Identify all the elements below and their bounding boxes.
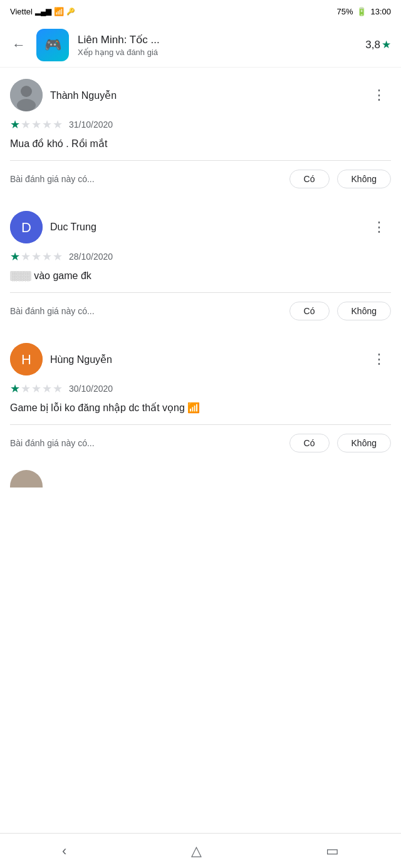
svg-text:H: H: [21, 352, 31, 367]
nav-home-button[interactable]: △: [176, 838, 217, 864]
reviewer-left: D Duc Trung: [10, 211, 96, 243]
reviewer-name: Duc Trung: [50, 222, 96, 233]
wifi-icon: 📶: [54, 7, 64, 16]
yes-button[interactable]: Có: [289, 434, 330, 452]
svg-point-2: [17, 99, 36, 111]
review-header: D Duc Trung ⋮: [10, 211, 391, 243]
battery-label: 75%: [336, 7, 353, 16]
star-1: ★: [10, 382, 20, 396]
review-date: 28/10/2020: [69, 252, 113, 262]
signal-icon: ▂▄▆: [35, 7, 52, 16]
no-button[interactable]: Không: [337, 302, 391, 320]
helpful-row: Bài đánh giá này có... Có Không: [10, 170, 391, 200]
yes-button[interactable]: Có: [289, 302, 330, 320]
reviewer-name: Thành Nguyễn: [50, 89, 117, 101]
time-label: 13:00: [370, 7, 391, 16]
avatar: [10, 79, 43, 111]
key-icon: 🔑: [66, 8, 75, 16]
more-options-button[interactable]: ⋮: [367, 84, 391, 106]
review-card: D Duc Trung ⋮ ★ ★ ★ ★ ★ 28/10/2020 ░░░ v…: [0, 200, 401, 332]
star-2: ★: [21, 250, 31, 263]
more-options-button[interactable]: ⋮: [367, 349, 391, 370]
rating-value: 3,8: [365, 39, 380, 51]
divider: [10, 292, 391, 293]
no-button[interactable]: Không: [337, 434, 391, 452]
reviewer-left: Thành Nguyễn: [10, 79, 117, 111]
review-card: Thành Nguyễn ⋮ ★ ★ ★ ★ ★ 31/10/2020 Mua …: [0, 68, 401, 200]
avatar: D: [10, 211, 43, 243]
partial-next-review: [0, 464, 401, 525]
star-4: ★: [42, 250, 52, 263]
helpful-row: Bài đánh giá này có... Có Không: [10, 434, 391, 464]
star-5: ★: [53, 118, 63, 131]
review-date: 31/10/2020: [69, 120, 113, 130]
star-3: ★: [31, 118, 41, 131]
review-card: H Hùng Nguyễn ⋮ ★ ★ ★ ★ ★ 30/10/2020 Gam…: [0, 332, 401, 464]
avatar: H: [10, 343, 43, 375]
star-3: ★: [31, 382, 41, 396]
app-icon-image: 🎮: [36, 29, 69, 61]
review-text: Mua đồ khó . Rồi mắt: [10, 136, 391, 151]
no-button[interactable]: Không: [337, 170, 391, 188]
review-header: H Hùng Nguyễn ⋮: [10, 343, 391, 375]
review-text: Game bị lỗi ko đăng nhập dc thất vọng 📶: [10, 401, 391, 416]
star-2: ★: [21, 382, 31, 396]
app-bar: ← 🎮 Liên Minh: Tốc ... Xếp hạng và đánh …: [0, 23, 401, 68]
star-2: ★: [21, 118, 31, 131]
battery-icon: 🔋: [357, 7, 367, 16]
svg-text:D: D: [21, 220, 31, 235]
review-meta: ★ ★ ★ ★ ★ 28/10/2020: [10, 250, 391, 263]
svg-point-1: [21, 86, 32, 97]
review-text: ░░░ vào game đk: [10, 268, 391, 283]
star-5: ★: [53, 250, 63, 263]
helpful-label: Bài đánh giá này có...: [10, 438, 282, 448]
star-4: ★: [42, 382, 52, 396]
app-subtitle: Xếp hạng và đánh giá: [78, 48, 357, 57]
divider: [10, 424, 391, 425]
review-meta: ★ ★ ★ ★ ★ 30/10/2020: [10, 382, 391, 396]
helpful-row: Bài đánh giá này có... Có Không: [10, 302, 391, 332]
review-header: Thành Nguyễn ⋮: [10, 79, 391, 111]
nav-bar: ‹ △ ▭: [0, 833, 401, 868]
reviewer-left: H Hùng Nguyễn: [10, 343, 112, 375]
review-meta: ★ ★ ★ ★ ★ 31/10/2020: [10, 118, 391, 131]
helpful-label: Bài đánh giá này có...: [10, 174, 282, 184]
star-1: ★: [10, 250, 20, 263]
back-button[interactable]: ←: [10, 37, 28, 53]
app-rating: 3,8 ★: [365, 38, 391, 51]
partial-avatar: [10, 470, 43, 488]
star-5: ★: [53, 382, 63, 396]
reviewer-name: Hùng Nguyễn: [50, 354, 112, 365]
rating-star-icon: ★: [382, 38, 391, 51]
status-bar: Viettel ▂▄▆ 📶 🔑 75% 🔋 13:00: [0, 0, 401, 23]
star-rating: ★ ★ ★ ★ ★: [10, 250, 63, 263]
helpful-label: Bài đánh giá này có...: [10, 306, 282, 316]
nav-back-button[interactable]: ‹: [47, 838, 81, 864]
star-4: ★: [42, 118, 52, 131]
more-options-button[interactable]: ⋮: [367, 217, 391, 238]
star-1: ★: [10, 118, 20, 131]
divider: [10, 160, 391, 161]
nav-recent-button[interactable]: ▭: [311, 838, 354, 864]
yes-button[interactable]: Có: [289, 170, 330, 188]
carrier-info: Viettel ▂▄▆ 📶 🔑: [10, 7, 75, 16]
star-3: ★: [31, 250, 41, 263]
system-status: 75% 🔋 13:00: [336, 7, 391, 16]
app-icon: 🎮: [36, 29, 69, 61]
app-info: Liên Minh: Tốc ... Xếp hạng và đánh giá: [78, 33, 357, 57]
app-title: Liên Minh: Tốc ...: [78, 33, 357, 46]
carrier-label: Viettel: [10, 7, 33, 16]
review-date: 30/10/2020: [69, 384, 113, 394]
star-rating: ★ ★ ★ ★ ★: [10, 382, 63, 396]
star-rating: ★ ★ ★ ★ ★: [10, 118, 63, 131]
